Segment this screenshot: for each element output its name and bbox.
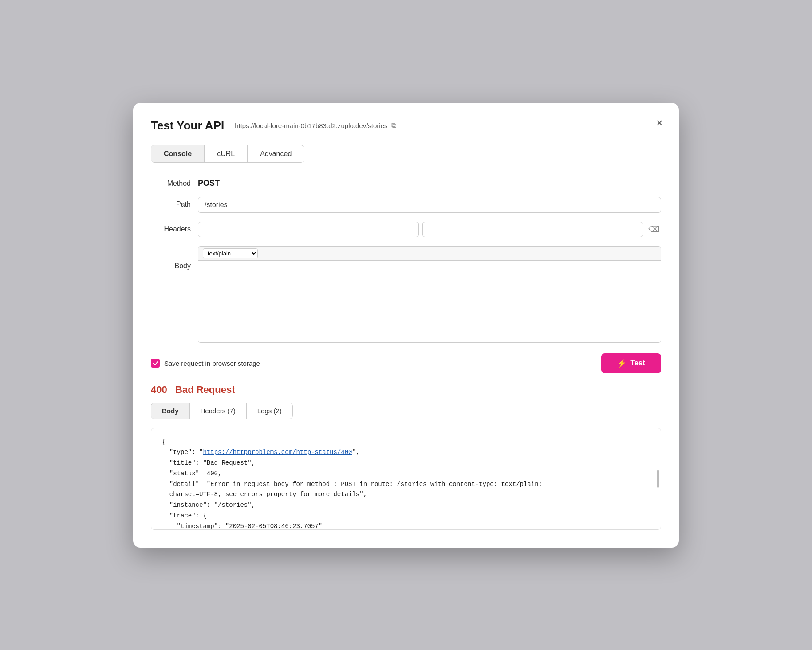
response-line-7: "instance": "/stories", xyxy=(162,500,650,511)
header-value-input[interactable] xyxy=(422,222,643,237)
method-label: Method xyxy=(151,176,191,188)
response-body: { "type": "https://httpproblems.com/http… xyxy=(151,428,661,530)
modal: Test Your API https://local-lore-main-0b… xyxy=(133,103,679,548)
save-test-row: Save request in browser storage ⚡ Test xyxy=(151,353,661,373)
response-line-1: { xyxy=(162,437,650,448)
checkmark-icon xyxy=(153,360,158,366)
header-key-input[interactable] xyxy=(198,222,419,237)
copy-url-icon[interactable]: ⧉ xyxy=(391,121,396,129)
response-tab-logs[interactable]: Logs (2) xyxy=(247,403,292,419)
method-row: Method POST xyxy=(151,176,661,188)
headers-label: Headers xyxy=(151,222,191,233)
body-row: Body text/plain application/json — xyxy=(151,246,661,343)
type-url-link[interactable]: https://httpproblems.com/http-status/400 xyxy=(203,449,352,456)
test-button[interactable]: ⚡ Test xyxy=(601,353,661,373)
close-button[interactable]: × xyxy=(656,117,663,129)
tab-advanced[interactable]: Advanced xyxy=(248,145,304,162)
method-value: POST xyxy=(198,176,220,188)
body-editor: text/plain application/json — xyxy=(198,246,661,343)
headers-inputs: ⌫ xyxy=(198,222,661,237)
response-tab-body[interactable]: Body xyxy=(151,403,190,419)
modal-header: Test Your API https://local-lore-main-0b… xyxy=(151,119,661,133)
modal-url: https://local-lore-main-0b17b83.d2.zuplo… xyxy=(235,121,396,129)
status-code: 400 xyxy=(151,384,167,395)
body-type-select[interactable]: text/plain application/json xyxy=(203,248,258,258)
api-form: Method POST Path Headers ⌫ Body xyxy=(151,176,661,373)
body-collapse-button[interactable]: — xyxy=(650,250,656,257)
response-line-9: "timestamp": "2025-02-05T08:46:23.7057" xyxy=(162,521,650,530)
save-checkbox[interactable] xyxy=(151,359,160,368)
path-label: Path xyxy=(151,197,191,208)
scrollbar[interactable] xyxy=(657,470,659,488)
response-tab-group: Body Headers (7) Logs (2) xyxy=(151,403,293,419)
body-toolbar-left: text/plain application/json xyxy=(203,248,258,258)
path-row: Path xyxy=(151,197,661,213)
response-line-3: "title": "Bad Request", xyxy=(162,458,650,469)
delete-header-button[interactable]: ⌫ xyxy=(646,223,661,236)
tab-curl[interactable]: cURL xyxy=(205,145,248,162)
response-line-6: charset=UTF-8, see errors property for m… xyxy=(162,489,650,500)
response-line-8: "trace": { xyxy=(162,511,650,521)
body-label: Body xyxy=(151,246,191,270)
response-tab-headers[interactable]: Headers (7) xyxy=(190,403,247,419)
tab-group: Console cURL Advanced xyxy=(151,145,304,163)
lightning-icon: ⚡ xyxy=(617,359,627,368)
response-line-5: "detail": "Error in request body for met… xyxy=(162,479,650,490)
test-button-label: Test xyxy=(630,359,645,368)
save-text: Save request in browser storage xyxy=(164,360,260,367)
modal-title: Test Your API xyxy=(151,119,224,133)
path-input[interactable] xyxy=(198,197,661,213)
response-line-2: "type": "https://httpproblems.com/http-s… xyxy=(162,447,650,458)
status-line: 400 Bad Request xyxy=(151,384,661,395)
response-line-4: "status": 400, xyxy=(162,469,650,479)
body-toolbar: text/plain application/json — xyxy=(198,247,661,261)
status-text: Bad Request xyxy=(175,384,235,395)
headers-row: Headers ⌫ xyxy=(151,222,661,237)
body-textarea[interactable] xyxy=(198,261,661,341)
save-label[interactable]: Save request in browser storage xyxy=(151,359,260,368)
tab-console[interactable]: Console xyxy=(151,145,205,162)
